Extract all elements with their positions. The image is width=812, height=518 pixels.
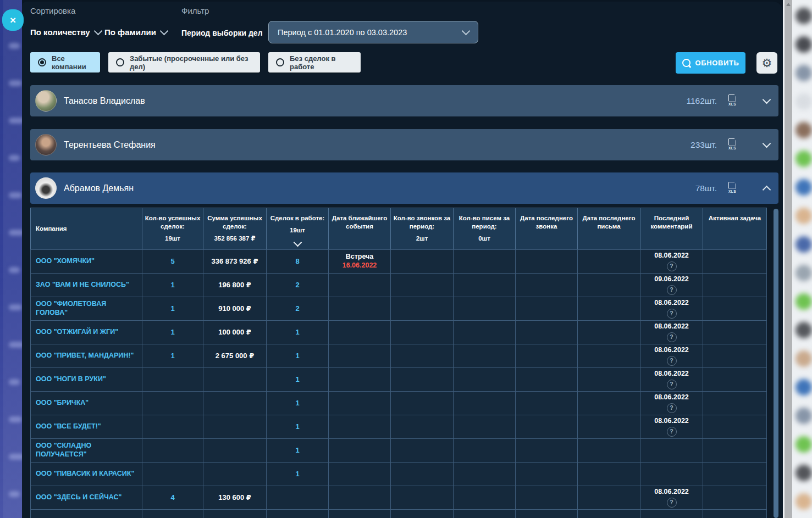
- last-comment-cell: [640, 462, 703, 486]
- scroll-up-arrow-icon: [786, 3, 791, 6]
- xls-export-icon[interactable]: XLS: [726, 182, 738, 195]
- sort-chevron-icon[interactable]: [293, 238, 302, 247]
- next-event-cell: [328, 273, 391, 297]
- column-header[interactable]: Сделок в работе:19шт: [266, 208, 329, 250]
- company-name-link[interactable]: ООО "ЗДЕСЬ И СЕЙЧАС": [36, 493, 121, 502]
- manager-card[interactable]: Танасов Владислав1162шт.XLS: [30, 85, 778, 116]
- next-event-cell: [328, 344, 391, 368]
- settings-button[interactable]: ⚙: [756, 52, 777, 74]
- blurred-avatar: [796, 8, 812, 24]
- xls-page-glyph: [728, 94, 736, 102]
- company-name-link[interactable]: ООО "СКЛАДНО ПОЛУЧАЕТСЯ": [36, 442, 139, 459]
- manager-card[interactable]: Терентьева Стефания233шт.XLS: [30, 129, 778, 160]
- question-hint-icon[interactable]: ?: [667, 427, 677, 437]
- filter-radio-button[interactable]: Забытые (просроченные или без дел): [108, 52, 260, 73]
- calls-cell: [390, 273, 454, 297]
- chevron-down-icon[interactable]: [763, 96, 771, 104]
- chevron-down-icon[interactable]: [763, 140, 771, 148]
- letters-cell: [453, 273, 516, 297]
- column-header[interactable]: Активная задача: [703, 208, 767, 250]
- xls-export-icon[interactable]: XLS: [726, 138, 738, 152]
- column-header-total: 19шт: [290, 226, 305, 235]
- last-call-cell: [515, 344, 578, 368]
- last-call-cell: [515, 391, 578, 415]
- blurred-avatar: [796, 265, 812, 281]
- company-name-link[interactable]: ООО "ФИОЛЕТОВАЯ ГОЛОВА": [36, 300, 139, 317]
- sort-by-count-dropdown[interactable]: По количеству: [30, 27, 101, 37]
- blurred-avatar: [796, 293, 812, 310]
- question-hint-icon[interactable]: ?: [667, 285, 677, 295]
- question-hint-icon[interactable]: ?: [667, 332, 677, 342]
- column-header[interactable]: Сумма успешных сделок:352 856 387 ₽: [203, 208, 267, 250]
- calls-cell: [390, 297, 454, 321]
- letters-cell: [453, 509, 516, 518]
- column-header[interactable]: Дата ближайшего события: [328, 208, 391, 250]
- last-comment-date: 08.06.2022: [654, 488, 689, 497]
- last-call-cell: [515, 486, 578, 510]
- xls-export-icon[interactable]: XLS: [726, 94, 738, 108]
- blurred-avatar: [796, 379, 812, 396]
- success-sum-cell: 910 000 ₽: [203, 297, 267, 321]
- sidebar-blurred-item: [9, 491, 20, 497]
- column-header-title: Последний комментарий: [640, 214, 703, 231]
- company-name-link[interactable]: ООО "ХОМЯЧКИ": [36, 257, 95, 266]
- success-count-cell: [142, 367, 203, 392]
- in-progress-cell: 1: [266, 462, 329, 486]
- column-header[interactable]: Кол-во звонков за период:2шт: [390, 208, 454, 250]
- period-select[interactable]: Период с 01.01.2020 по 03.03.2023: [268, 21, 478, 43]
- success-count-cell: 5: [142, 249, 203, 274]
- blurred-avatar: [796, 493, 812, 510]
- last-call-cell: [515, 438, 578, 463]
- column-header[interactable]: Кол-во успешных сделок:19шт: [142, 208, 203, 250]
- question-hint-icon[interactable]: ?: [667, 498, 677, 508]
- last-call-cell: [515, 297, 578, 321]
- question-hint-icon[interactable]: ?: [667, 261, 677, 271]
- page-scrollbar-thumb[interactable]: [785, 0, 792, 518]
- question-hint-icon[interactable]: ?: [667, 403, 677, 413]
- last-call-cell: [515, 415, 578, 439]
- company-name-cell: ООО "ЗДЕСЬ И СЕЙЧАС": [30, 486, 142, 510]
- question-hint-icon[interactable]: ?: [667, 380, 677, 389]
- success-count-cell: 1: [142, 344, 203, 368]
- letters-cell: [453, 462, 516, 486]
- sidebar-blurred-item: [9, 416, 22, 422]
- in-progress-cell: [266, 486, 329, 510]
- column-header-title: Компания: [36, 225, 67, 233]
- column-header[interactable]: Дата последнего письма: [577, 208, 640, 250]
- company-name-link[interactable]: ООО "НОГИ В РУКИ": [36, 375, 106, 384]
- company-name-cell: [30, 509, 142, 518]
- sort-by-name-dropdown[interactable]: По фамилии: [104, 27, 167, 37]
- company-name-link[interactable]: ООО "ПРИВЕТ, МАНДАРИН!": [36, 352, 134, 360]
- last-comment-cell: [640, 438, 703, 463]
- table-scrollbar[interactable]: [774, 209, 778, 518]
- company-name-link[interactable]: ООО "ОТЖИГАЙ И ЖГИ": [36, 328, 118, 337]
- xls-text-glyph: XLS: [728, 190, 736, 193]
- manager-card[interactable]: Абрамов Демьян78шт.XLS: [30, 172, 778, 204]
- column-header[interactable]: Дата последнего звонка: [515, 208, 578, 250]
- refresh-button-label: ОБНОВИТЬ: [695, 59, 739, 67]
- success-sum-cell: [203, 391, 267, 415]
- chevron-up-icon[interactable]: [763, 185, 771, 194]
- question-hint-icon[interactable]: ?: [667, 356, 677, 366]
- filter-radio-button[interactable]: Все компании: [30, 52, 100, 73]
- column-header[interactable]: Кол-во писем за период:0шт: [453, 208, 516, 250]
- filter-radio-button[interactable]: Без сделок в работе: [268, 52, 361, 73]
- close-icon[interactable]: ×: [2, 9, 24, 31]
- active-task-cell: [703, 415, 767, 439]
- success-sum-cell: [203, 509, 267, 518]
- last-letter-cell: [577, 486, 640, 510]
- refresh-button[interactable]: ОБНОВИТЬ: [676, 52, 745, 74]
- column-header[interactable]: Последний комментарий: [640, 208, 703, 250]
- success-count-cell: [142, 415, 203, 439]
- column-header[interactable]: Компания: [30, 208, 142, 250]
- company-name-link[interactable]: ООО "БРИЧКА": [36, 399, 89, 408]
- last-call-cell: [515, 273, 578, 297]
- company-name-link[interactable]: ЗАО "ВАМ И НЕ СНИЛОСЬ": [36, 281, 129, 289]
- last-comment-cell: 08.06.2022?: [640, 320, 703, 344]
- company-name-link[interactable]: ООО "ПИВАСИК И КАРАСИК": [36, 470, 134, 478]
- company-name-link[interactable]: ООО "ВСЕ БУДЕТ!": [36, 422, 101, 431]
- page-scrollbar[interactable]: [785, 0, 792, 518]
- question-hint-icon[interactable]: ?: [667, 309, 677, 319]
- in-progress-cell: 1: [266, 438, 329, 463]
- table-row: [30, 509, 774, 518]
